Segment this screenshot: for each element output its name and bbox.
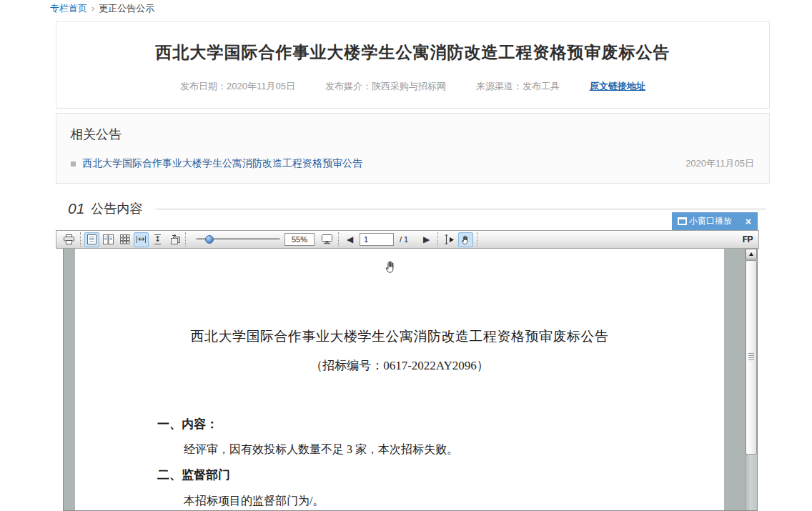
- scrollbar-grip-icon: [748, 353, 754, 361]
- viewer-brand-label: FP: [743, 234, 753, 244]
- single-page-icon: [87, 234, 96, 244]
- zoom-slider-knob[interactable]: [205, 235, 214, 244]
- breadcrumb: 专栏首页›更正公告公示: [50, 2, 154, 15]
- related-announcement-link[interactable]: 西北大学国际合作事业大楼学生公寓消防改造工程资格预审公告: [82, 157, 362, 170]
- fullscreen-button[interactable]: [320, 232, 335, 247]
- text-select-icon: [444, 234, 455, 244]
- scroll-up-icon: [749, 252, 753, 256]
- vertical-scrollbar[interactable]: [745, 249, 757, 510]
- pdf-viewer: ↔ ↕ ◀ / 1 ▶: [56, 230, 759, 511]
- announcement-header-card: 西北大学国际合作事业大楼学生公寓消防改造工程资格预审废标公告 发布日期：2020…: [56, 21, 770, 109]
- grid-layout-icon: [120, 234, 130, 244]
- single-page-layout-button[interactable]: [84, 232, 99, 247]
- fit-width-button[interactable]: ↔: [134, 232, 149, 247]
- fit-height-icon: ↕: [154, 234, 161, 244]
- announcement-meta: 发布日期：2020年11月05日 发布媒介：陕西采购与招标网 来源渠道：发布工具…: [56, 80, 769, 93]
- monitor-icon: [322, 234, 332, 244]
- document-title: 西北大学国际合作事业大楼学生公寓消防改造工程资格预审废标公告: [75, 327, 724, 346]
- toolbar-separator: [185, 232, 186, 247]
- bullet-icon: [71, 162, 76, 167]
- zoom-slider[interactable]: [196, 232, 280, 247]
- page-total-label: / 1: [400, 235, 408, 244]
- document-section2-text: 本招标项目的监督部门为/。: [184, 494, 324, 509]
- publish-date: 发布日期：2020年11月05日: [180, 80, 295, 93]
- content-section-heading: 01 公告内容: [68, 200, 766, 217]
- breadcrumb-home-link[interactable]: 专栏首页: [50, 3, 87, 14]
- hand-tool-icon: [460, 234, 471, 245]
- toolbar-separator: [437, 232, 438, 247]
- zoom-level-input[interactable]: [284, 233, 315, 246]
- section-number: 01: [68, 200, 84, 217]
- scroll-up-button[interactable]: [746, 249, 757, 259]
- related-announcement-date: 2020年11月05日: [685, 157, 754, 170]
- previous-page-button[interactable]: ◀: [342, 232, 357, 247]
- related-list-item: 西北大学国际合作事业大楼学生公寓消防改造工程资格预审公告 2020年11月05日: [56, 157, 769, 170]
- publish-media: 发布媒介：陕西采购与招标网: [325, 80, 446, 93]
- breadcrumb-current: 更正公告公示: [99, 3, 154, 14]
- close-icon[interactable]: ×: [746, 217, 751, 227]
- print-button[interactable]: [61, 232, 76, 247]
- rotate-page-button[interactable]: [167, 232, 182, 247]
- hand-cursor-icon: [384, 259, 398, 274]
- page-number-input[interactable]: [360, 233, 394, 246]
- section-title: 公告内容: [91, 200, 142, 217]
- scrollbar-thumb[interactable]: [746, 260, 757, 455]
- window-icon: [678, 217, 687, 225]
- toolbar-separator: [80, 232, 81, 247]
- small-window-play-label: 小窗口播放: [689, 215, 732, 227]
- rotate-page-icon: [169, 234, 180, 244]
- section-divider: [156, 209, 766, 209]
- page-title: 西北大学国际合作事业大楼学生公寓消防改造工程资格预审废标公告: [56, 41, 769, 64]
- text-select-tool-button[interactable]: [442, 232, 457, 247]
- related-announcements-card: 相关公告 西北大学国际合作事业大楼学生公寓消防改造工程资格预审公告 2020年1…: [56, 113, 770, 184]
- document-section1-heading: 一、内容：: [157, 416, 218, 432]
- original-link[interactable]: 原文链接地址: [590, 80, 645, 93]
- pdf-page: 西北大学国际合作事业大楼学生公寓消防改造工程资格预审废标公告 （招标编号：061…: [75, 249, 724, 511]
- source-channel: 来源渠道：发布工具: [476, 80, 560, 93]
- print-icon: [64, 234, 74, 244]
- pdf-toolbar: ↔ ↕ ◀ / 1 ▶: [56, 230, 759, 249]
- toolbar-separator: [338, 232, 339, 247]
- document-section1-text: 经评审，因有效投标人数量不足 3 家，本次招标失败。: [184, 442, 458, 457]
- facing-pages-icon: [103, 234, 114, 244]
- fit-height-button[interactable]: ↕: [150, 232, 165, 247]
- pdf-viewport[interactable]: 西北大学国际合作事业大楼学生公寓消防改造工程资格预审废标公告 （招标编号：061…: [63, 249, 758, 511]
- small-window-play-button[interactable]: 小窗口播放 ×: [672, 212, 758, 230]
- facing-pages-layout-button[interactable]: [101, 232, 116, 247]
- document-section2-heading: 二、监督部门: [157, 467, 230, 483]
- grid-thumbnail-layout-button[interactable]: [117, 232, 132, 247]
- next-page-button[interactable]: ▶: [419, 232, 434, 247]
- related-title: 相关公告: [70, 126, 769, 143]
- fit-width-icon: ↔: [137, 236, 146, 243]
- hand-tool-button[interactable]: [458, 232, 473, 247]
- document-bid-number: （招标编号：0617-2022AY2096）: [75, 357, 724, 374]
- toolbar-separator: [477, 232, 477, 247]
- breadcrumb-separator: ›: [91, 3, 94, 14]
